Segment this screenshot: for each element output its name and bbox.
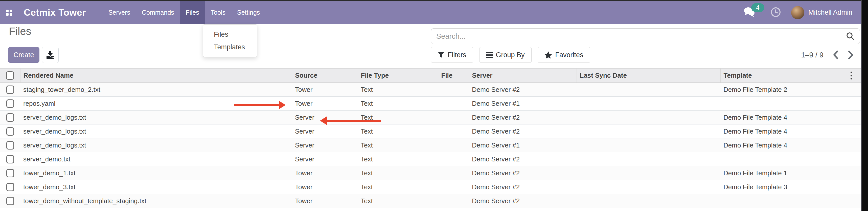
table-row[interactable]: server_demo_logs.txtServerTextDemo Serve… — [0, 124, 861, 139]
cell-server[interactable]: Demo Server #1 — [469, 139, 577, 152]
cell-file[interactable] — [438, 83, 469, 97]
cell-rendered-name[interactable]: tower_demo_1.txt — [20, 166, 292, 180]
import-button[interactable] — [42, 47, 59, 63]
cell-last-sync-date[interactable] — [577, 180, 720, 194]
cell-template[interactable] — [720, 194, 861, 208]
column-header-file-type[interactable]: File Type — [358, 68, 438, 83]
cell-template[interactable] — [720, 97, 861, 111]
cell-source[interactable]: Tower — [292, 166, 358, 180]
cell-file[interactable] — [438, 97, 469, 111]
cell-file[interactable] — [438, 166, 469, 180]
cell-file-type[interactable]: Text — [358, 124, 438, 139]
cell-source[interactable]: Tower — [292, 97, 358, 111]
cell-server[interactable]: Demo Server #2 — [469, 194, 577, 208]
cell-source[interactable]: Tower — [292, 83, 358, 97]
cell-file[interactable] — [438, 124, 469, 139]
cell-rendered-name[interactable]: server_demo_logs.txt — [20, 124, 292, 139]
pager-next-button[interactable] — [848, 50, 854, 59]
cell-server[interactable]: Demo Server #2 — [469, 180, 577, 194]
cell-server[interactable]: Demo Server #2 — [469, 166, 577, 180]
cell-last-sync-date[interactable] — [577, 124, 720, 139]
favorites-button[interactable]: Favorites — [538, 47, 590, 63]
pager-previous-button[interactable] — [833, 50, 839, 59]
apps-menu-icon[interactable] — [6, 10, 12, 16]
row-checkbox[interactable] — [6, 113, 14, 122]
menu-item-servers[interactable]: Servers — [103, 1, 136, 24]
cell-last-sync-date[interactable] — [577, 111, 720, 124]
optional-columns-icon[interactable] — [850, 71, 852, 80]
row-checkbox-cell[interactable] — [0, 83, 20, 97]
cell-template[interactable] — [720, 152, 861, 166]
cell-rendered-name[interactable]: server_demo.txt — [20, 152, 292, 166]
cell-file[interactable] — [438, 194, 469, 208]
cell-template[interactable]: Demo File Template 4 — [720, 111, 861, 124]
row-checkbox-cell[interactable] — [0, 166, 20, 180]
cell-source[interactable]: Tower — [292, 194, 358, 208]
table-row[interactable]: server_demo.txtServerTextDemo Server #2 — [0, 152, 861, 166]
column-header-file[interactable]: File — [438, 68, 469, 83]
dropdown-item-files[interactable]: Files — [203, 28, 257, 41]
messages-button[interactable]: 4 — [744, 7, 755, 19]
filters-button[interactable]: Filters — [431, 47, 473, 63]
cell-source[interactable]: Server — [292, 139, 358, 152]
create-button[interactable]: Create — [8, 47, 39, 63]
cell-rendered-name[interactable]: tower_demo_3.txt — [20, 180, 292, 194]
cell-server[interactable]: Demo Server #2 — [469, 152, 577, 166]
cell-last-sync-date[interactable] — [577, 83, 720, 97]
row-checkbox[interactable] — [6, 183, 14, 191]
cell-file-type[interactable]: Text — [358, 97, 438, 111]
cell-rendered-name[interactable]: server_demo_logs.txt — [20, 111, 292, 124]
cell-file-type[interactable]: Text — [358, 152, 438, 166]
cell-file-type[interactable]: Text — [358, 83, 438, 97]
menu-item-tools[interactable]: Tools — [205, 1, 231, 24]
cell-last-sync-date[interactable] — [577, 152, 720, 166]
cell-last-sync-date[interactable] — [577, 166, 720, 180]
dropdown-item-templates[interactable]: Templates — [203, 41, 257, 53]
table-row[interactable]: server_demo_logs.txtServerTextDemo Serve… — [0, 111, 861, 124]
cell-rendered-name[interactable]: server_demo_logs.txt — [20, 139, 292, 152]
row-checkbox-cell[interactable] — [0, 111, 20, 124]
column-header-server[interactable]: Server — [469, 68, 577, 83]
select-all-checkbox[interactable] — [6, 71, 14, 80]
cell-server[interactable]: Demo Server #2 — [469, 83, 577, 97]
row-checkbox[interactable] — [6, 127, 14, 135]
menu-item-settings[interactable]: Settings — [231, 1, 266, 24]
cell-server[interactable]: Demo Server #2 — [469, 111, 577, 124]
cell-last-sync-date[interactable] — [577, 194, 720, 208]
cell-file[interactable] — [438, 139, 469, 152]
group-by-button[interactable]: Group By — [479, 47, 532, 63]
cell-file-type[interactable]: Text — [358, 194, 438, 208]
cell-file[interactable] — [438, 180, 469, 194]
menu-item-commands[interactable]: Commands — [136, 1, 180, 24]
table-row[interactable]: server_demo_logs.txtServerTextDemo Serve… — [0, 139, 861, 152]
row-checkbox[interactable] — [6, 155, 14, 163]
cell-source[interactable]: Server — [292, 124, 358, 139]
cell-last-sync-date[interactable] — [577, 139, 720, 152]
select-all-cell[interactable] — [0, 68, 20, 83]
cell-source[interactable]: Server — [292, 152, 358, 166]
row-checkbox-cell[interactable] — [0, 97, 20, 111]
column-header-last-sync-date[interactable]: Last Sync Date — [577, 68, 720, 83]
cell-rendered-name[interactable]: tower_demo_without_template_staging.txt — [20, 194, 292, 208]
search-submit[interactable] — [846, 32, 855, 40]
row-checkbox[interactable] — [6, 169, 14, 177]
table-row[interactable]: tower_demo_without_template_staging.txtT… — [0, 194, 861, 208]
cell-template[interactable]: Demo File Template 4 — [720, 139, 861, 152]
cell-rendered-name[interactable]: staging_tower_demo_2.txt — [20, 83, 292, 97]
cell-server[interactable]: Demo Server #1 — [469, 97, 577, 111]
user-avatar[interactable] — [791, 6, 804, 19]
column-header-source[interactable]: Source — [292, 68, 358, 83]
row-checkbox[interactable] — [6, 141, 14, 150]
cell-file[interactable] — [438, 152, 469, 166]
row-checkbox[interactable] — [6, 99, 14, 108]
user-name[interactable]: Mitchell Admin — [808, 9, 852, 17]
row-checkbox-cell[interactable] — [0, 194, 20, 208]
row-checkbox[interactable] — [6, 86, 14, 94]
cell-file-type[interactable]: Text — [358, 139, 438, 152]
column-header-rendered-name[interactable]: Rendered Name — [20, 68, 292, 83]
cell-template[interactable]: Demo File Template 3 — [720, 180, 861, 194]
table-row[interactable]: staging_tower_demo_2.txtTowerTextDemo Se… — [0, 83, 861, 97]
cell-server[interactable]: Demo Server #2 — [469, 124, 577, 139]
cell-file-type[interactable]: Text — [358, 180, 438, 194]
table-row[interactable]: tower_demo_3.txtTowerTextDemo Server #2D… — [0, 180, 861, 194]
